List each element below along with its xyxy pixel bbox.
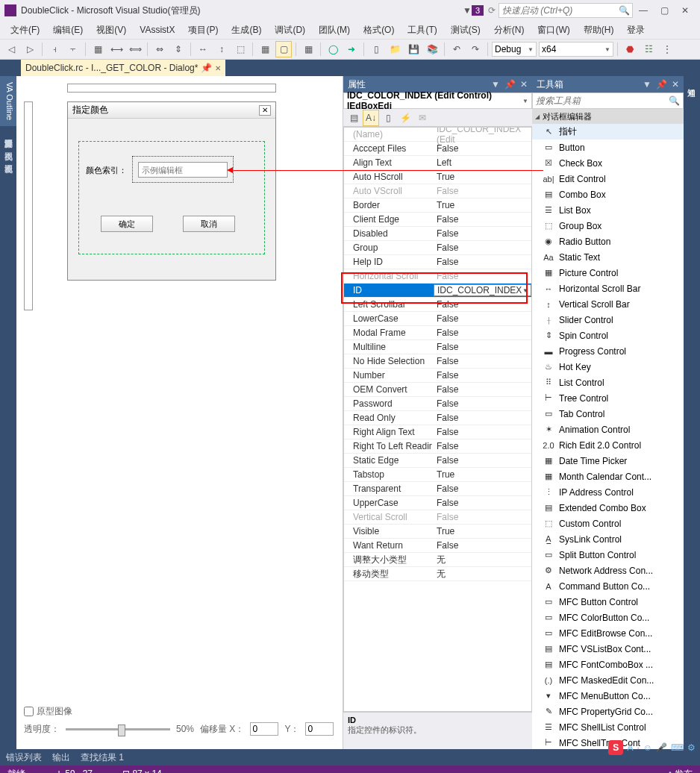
toolbox-item[interactable]: ⬚Group Box (532, 218, 684, 234)
property-row[interactable]: Right Align TextFalse (344, 425, 531, 439)
close-button[interactable]: ✕ (675, 0, 696, 21)
property-row[interactable]: LowerCaseFalse (344, 312, 531, 326)
property-value[interactable]: False (434, 313, 531, 324)
toolbox-item[interactable]: ▤Extended Combo Box (532, 500, 684, 516)
raw-image-checkbox[interactable]: 原型图像 (24, 705, 72, 718)
properties-grid[interactable]: (Name)IDC_COLOR_INDEX (EditAcccept Files… (343, 127, 532, 712)
property-value[interactable]: True (434, 172, 531, 182)
toolbox-item[interactable]: ☰List Box (532, 202, 684, 218)
property-value[interactable]: False (434, 384, 531, 395)
property-value[interactable]: False (434, 413, 531, 423)
tb-space-h-icon[interactable]: ⇔ (151, 41, 168, 57)
toolbox-item[interactable]: ⋮IP Address Control (532, 484, 684, 500)
property-row[interactable]: Client EdgeFalse (344, 213, 531, 227)
toolbox-item[interactable]: ▭MFC Button Control (532, 594, 684, 610)
toolbox-header[interactable]: 工具箱 ▼📌✕ (532, 76, 684, 93)
toolbox-item[interactable]: ↔Horizontal Scroll Bar (532, 281, 684, 296)
tab-close-icon[interactable]: ✕ (215, 64, 221, 72)
property-row[interactable]: GroupFalse (344, 241, 531, 255)
left-tab[interactable]: 资源视图 (0, 152, 16, 164)
minimize-button[interactable]: — (633, 0, 654, 21)
property-row[interactable]: No Hide SelectionFalse (344, 354, 531, 369)
property-value[interactable]: False (434, 228, 531, 239)
property-value[interactable]: Left (434, 157, 531, 168)
tb-guides-icon[interactable]: ▢ (275, 41, 292, 57)
toolbox-item[interactable]: ▭MFC EditBrowse Con... (532, 625, 684, 641)
categorized-icon[interactable]: ▤ (346, 110, 362, 126)
property-row[interactable]: Help IDFalse (344, 255, 531, 269)
toolbox-item[interactable]: ↕Vertical Scroll Bar (532, 296, 684, 312)
menu-item[interactable]: 分析(N) (488, 22, 531, 39)
property-value[interactable]: True (434, 469, 531, 480)
left-tab[interactable]: 解决方案资源管理器 (0, 127, 16, 139)
property-row[interactable]: MultilineFalse (344, 340, 531, 354)
toolbox-item[interactable]: ♨Hot Key (532, 359, 684, 375)
toolbox-category[interactable]: 对话框编辑器 (532, 109, 684, 124)
messages-icon[interactable]: ✉ (414, 110, 431, 126)
property-row[interactable]: Align TextLeft (344, 156, 531, 170)
ime-punct-icon[interactable]: · (637, 742, 639, 753)
toolbox-item[interactable]: A̲SysLink Control (532, 531, 684, 547)
property-value[interactable]: False (434, 257, 531, 267)
toolbox-item[interactable]: ◉Radio Button (532, 234, 684, 249)
menu-item[interactable]: 项目(P) (182, 22, 224, 39)
toolbox-item[interactable]: ▾MFC MenuButton Co... (532, 688, 684, 704)
ime-kb-icon[interactable]: ⌨ (671, 742, 684, 753)
toolbox-item[interactable]: ⬚Custom Control (532, 516, 684, 531)
toolbox-item[interactable]: ⠿List Control (532, 375, 684, 390)
property-value[interactable]: False (434, 242, 531, 253)
property-value[interactable]: True (434, 526, 531, 536)
menu-item[interactable]: 编辑(E) (47, 22, 89, 39)
tb-forward-icon[interactable]: ➜ (343, 41, 360, 57)
toolbox-item[interactable]: ▭MFC ColorButton Co... (532, 610, 684, 625)
pin-icon[interactable]: 📌 (656, 79, 667, 90)
events-icon[interactable]: ⚡ (397, 110, 413, 126)
property-row[interactable]: TransparentFalse (344, 482, 531, 496)
toolbox-search-input[interactable] (536, 96, 669, 106)
ime-set-icon[interactable]: ⚙ (687, 742, 696, 753)
property-value[interactable]: True (434, 200, 531, 210)
toolbox-search[interactable]: 🔍 (532, 93, 684, 109)
toolbox-item[interactable]: ☒Check Box (532, 155, 684, 171)
toolbox-item[interactable]: ⚙Network Address Con... (532, 563, 684, 578)
ok-button[interactable]: 确定 (101, 216, 153, 232)
ime-mic-icon[interactable]: 🎤 (656, 742, 667, 753)
search-icon[interactable]: 🔍 (619, 5, 630, 16)
menu-item[interactable]: 视图(V) (90, 22, 132, 39)
property-row[interactable]: (Name)IDC_COLOR_INDEX (Edit (344, 128, 531, 142)
bottom-tab[interactable]: 查找结果 1 (81, 751, 124, 764)
pane-close-icon[interactable]: ✕ (520, 79, 528, 90)
menu-item[interactable]: 测试(S) (445, 22, 487, 39)
dialog-preview[interactable]: 指定颜色 ✕ 颜色索引： 确定 取消 (67, 101, 276, 281)
property-row[interactable]: Auto HScrollTrue (344, 170, 531, 184)
toolbox-item[interactable]: ⊢Tree Control (532, 390, 684, 406)
toolbox-list[interactable]: ↖指针▭Button☒Check Boxab|Edit Control▤Comb… (532, 124, 684, 749)
toolbox-item[interactable]: ACommand Button Co... (532, 578, 684, 594)
cancel-button[interactable]: 取消 (183, 216, 235, 232)
config-combo[interactable]: Debug▼ (492, 42, 537, 57)
property-value[interactable]: False (434, 356, 531, 366)
selection-handles[interactable] (132, 156, 234, 183)
pin-icon[interactable]: 📌 (504, 79, 516, 90)
tb-align-right-icon[interactable]: ⫟ (65, 41, 81, 57)
tb-center-v-icon[interactable]: ⟺ (127, 41, 143, 57)
property-value[interactable]: False (434, 370, 531, 381)
property-value[interactable]: False (434, 498, 531, 508)
menu-item[interactable]: 帮助(H) (578, 22, 620, 39)
property-value[interactable]: False (434, 143, 531, 154)
toolbox-item[interactable]: ☰MFC ShellList Control (532, 719, 684, 735)
property-selector[interactable]: IDC_COLOR_INDEX (Edit Control) IEdBoxEdi… (343, 93, 532, 109)
property-row[interactable]: DisabledFalse (344, 227, 531, 241)
doc-tab[interactable]: DoubleClick.rc - I..._GET_COLOR - Dialog… (21, 60, 225, 76)
toolbox-item[interactable]: ⇕Spin Control (532, 328, 684, 343)
toolbox-item[interactable]: ▭Button (532, 140, 684, 155)
dialog-designer[interactable]: 指定颜色 ✕ 颜色索引： 确定 取消 原型图像 透明度： 50% 偏移量 X： (16, 76, 343, 749)
tb-redo-icon[interactable]: ↷ (467, 41, 484, 57)
property-value[interactable]: False (434, 299, 531, 310)
property-row[interactable]: Right To Left ReadirFalse (344, 439, 531, 454)
quick-launch[interactable]: 🔍 (499, 3, 633, 18)
property-row[interactable]: Left ScrollbarFalse (344, 298, 531, 312)
property-row[interactable]: BorderTrue (344, 198, 531, 213)
property-value[interactable]: False (434, 186, 531, 196)
property-value[interactable]: 无 (434, 554, 531, 566)
